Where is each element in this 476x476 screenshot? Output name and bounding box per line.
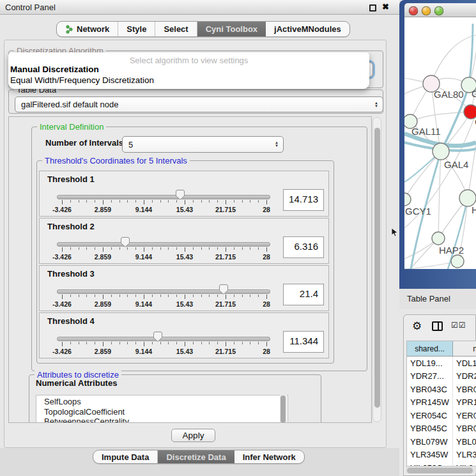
major-tick [266, 342, 267, 346]
minor-tick [217, 247, 218, 250]
window-close-button[interactable] [409, 6, 418, 15]
table-cell: YDR27... [407, 370, 453, 383]
slider-track[interactable] [57, 289, 270, 294]
gear-icon[interactable]: ⚙ [412, 319, 422, 333]
tab-select[interactable]: Select [155, 22, 197, 36]
minor-tick [258, 295, 259, 297]
tab-cyni-toolbox[interactable]: Cyni Toolbox [197, 22, 266, 36]
minor-tick [234, 342, 234, 344]
threshold-label: Threshold 3 [47, 269, 95, 279]
minor-tick [209, 295, 210, 297]
node-table: shared...nYDL19...YDL1YDR27...YDR2YBR043… [406, 341, 476, 468]
minor-tick [86, 200, 87, 203]
popup-item-manual-discretization[interactable]: Manual Discretization [10, 65, 99, 74]
table-row[interactable]: YPR145WYPR1 [407, 396, 476, 410]
tick-label: 2.859 [84, 348, 122, 355]
slider-thumb[interactable] [120, 236, 130, 248]
major-tick [144, 200, 144, 204]
attribute-item-topologicalcoefficient[interactable]: TopologicalCoefficient [36, 407, 288, 417]
threshold-value-field[interactable]: 14.713 [283, 189, 324, 211]
table-row[interactable]: YER054CYER0 [407, 409, 476, 422]
network-node[interactable] [404, 193, 411, 206]
window-zoom-button[interactable] [434, 6, 443, 15]
tick-label: 2.859 [84, 253, 122, 261]
attribute-item-selfloops[interactable]: SelfLoops [36, 397, 288, 407]
tab-infer-network[interactable]: Infer Network [234, 450, 304, 463]
slider-thumb[interactable] [153, 331, 163, 342]
threshold-label: Threshold 4 [47, 316, 95, 326]
tick-label: 9.144 [125, 206, 163, 213]
table-data-combobox[interactable]: galFiltered.sif default node ▲▼ [15, 96, 383, 112]
slider-thumb[interactable] [175, 189, 185, 201]
tab-network[interactable]: Network [57, 22, 118, 36]
table-cell: YLR3 [453, 449, 476, 462]
minor-tick [258, 200, 259, 203]
close-icon[interactable]: ✖ [382, 2, 389, 12]
tick-label: 9.144 [125, 348, 163, 355]
network-edge[interactable] [438, 151, 441, 238]
minor-tick [168, 247, 169, 250]
minor-tick [160, 200, 161, 203]
table-hscrollbar[interactable] [406, 466, 476, 473]
minor-tick [152, 295, 153, 297]
settings-scrollbar[interactable] [372, 117, 381, 422]
attributes-list: SelfLoopsTopologicalCoefficientBetweenne… [36, 395, 288, 423]
column-header-shared[interactable]: shared... [407, 341, 453, 357]
node-label-g: G [472, 88, 476, 99]
network-node[interactable] [432, 232, 445, 245]
attribute-item-betweennesscentrality[interactable]: BetweennessCentrality [36, 417, 288, 423]
float-window-icon[interactable] [369, 4, 376, 12]
table-row[interactable]: YDL19...YDL1 [407, 357, 476, 370]
node-label-hap2: HAP2 [439, 245, 464, 256]
tab-label: Network [77, 24, 109, 34]
table-row[interactable]: YLR345WYLR3 [407, 449, 476, 462]
major-tick [185, 342, 185, 346]
threshold-value-field[interactable]: 21.4 [283, 284, 324, 305]
network-node[interactable] [451, 255, 464, 268]
split-columns-icon[interactable] [432, 321, 443, 331]
column-header-n[interactable]: n [453, 341, 476, 357]
node-label-gcy1: GCY1 [405, 206, 431, 217]
major-tick [144, 342, 144, 346]
network-edge-highlighted[interactable] [469, 24, 473, 85]
slider-track[interactable] [57, 242, 270, 247]
network-edge[interactable] [410, 112, 471, 121]
minor-tick [193, 342, 194, 344]
tab-discretize-data[interactable]: Discretize Data [158, 450, 234, 463]
num-intervals-combobox[interactable]: 5 ▲▼ [122, 136, 284, 153]
tab-jactivemnodules[interactable]: jActiveMNodules [266, 22, 349, 36]
slider-thumb[interactable] [219, 284, 229, 295]
table-row[interactable]: YBR045CYBR0 [407, 422, 476, 436]
table-header-row: shared...n [407, 341, 476, 357]
minor-tick [135, 295, 136, 297]
tab-style[interactable]: Style [118, 22, 155, 36]
slider-track[interactable] [57, 337, 270, 341]
tab-impute-data[interactable]: Impute Data [93, 450, 158, 463]
minor-tick [201, 295, 202, 297]
slider-track[interactable] [57, 195, 270, 199]
attributes-list-scrollbar[interactable] [280, 395, 287, 423]
network-canvas[interactable]: GAL80GCGAL11GAL4GCY1HHAP2 [404, 17, 476, 269]
apply-button[interactable]: Apply [171, 429, 215, 442]
checkbox-icons[interactable]: ☑☑ [451, 321, 466, 330]
tick-label: -3.426 [43, 348, 81, 355]
network-node[interactable] [433, 143, 449, 160]
network-edge[interactable] [404, 238, 438, 269]
panel-title: Control Panel [5, 3, 56, 12]
network-edge[interactable] [404, 151, 441, 199]
table-row[interactable]: YBR043CYBR0 [407, 383, 476, 396]
threshold-panel-3: Threshold 3-3.4262.8599.14415.4321.71528… [39, 265, 329, 311]
threshold-value-field[interactable]: 11.344 [283, 331, 324, 353]
threshold-value-field[interactable]: 6.316 [283, 236, 324, 258]
table-row[interactable]: YDR27...YDR2 [407, 370, 476, 383]
tick-label: 9.144 [125, 300, 163, 308]
table-row[interactable]: YBL079WYBL0 [407, 435, 476, 449]
table-panel-header: Table Panel [399, 289, 476, 309]
popup-item-equal-width[interactable]: Equal Width/Frequency Discretization [10, 75, 154, 85]
table-cell: YDL1 [453, 357, 476, 370]
table-cell: YDL19... [407, 357, 453, 370]
window-minimize-button[interactable] [422, 6, 431, 15]
table-cell: YLR345W [407, 449, 453, 462]
major-tick [62, 247, 63, 252]
major-tick [144, 295, 144, 299]
